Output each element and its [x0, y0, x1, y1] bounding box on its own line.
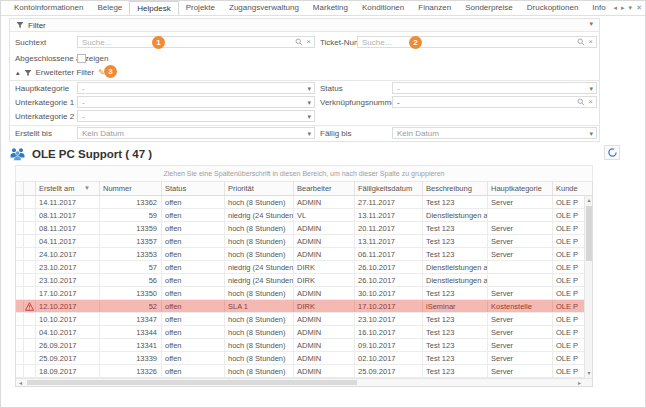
- ticket-nummer-input[interactable]: [358, 37, 596, 47]
- suchtext-input[interactable]: [78, 37, 314, 47]
- search-icon[interactable]: [295, 38, 303, 46]
- tab-scroll-left-icon[interactable]: ◂: [614, 4, 618, 12]
- tab[interactable]: Finanzen: [411, 1, 458, 15]
- scroll-right-icon[interactable]: ▸: [575, 379, 584, 386]
- tab[interactable]: Kontoinformationen: [7, 1, 90, 15]
- tab[interactable]: Helpdesk: [129, 1, 178, 15]
- cell-beschreibung: Test 123: [423, 287, 488, 299]
- cell-nummer: 52: [100, 300, 162, 312]
- filter-collapse-icon[interactable]: ▾: [589, 20, 593, 28]
- table-row[interactable]: 12.10.2017 52 offen SLA 1 DIRK 17.10.201…: [16, 300, 592, 313]
- tab-label: Marketing: [313, 3, 348, 12]
- vertical-scrollbar-thumb[interactable]: [586, 206, 592, 261]
- column-header-prioritaet[interactable]: Priorität: [225, 182, 294, 195]
- cell-faelligkeitsdatum: 09.10.2017: [355, 339, 423, 351]
- column-header-hauptkategorie[interactable]: Hauptkategorie: [488, 182, 553, 195]
- column-header-status[interactable]: Status: [162, 182, 225, 195]
- status-select[interactable]: - ▾: [392, 82, 597, 94]
- column-header-faelligkeitsdatum[interactable]: Fälligkeitsdatum: [355, 182, 423, 195]
- abgeschlossene-checkbox[interactable]: [77, 54, 86, 63]
- tab[interactable]: Sonderpreise: [458, 1, 520, 15]
- cell-nummer: 13341: [100, 339, 162, 351]
- chevron-down-icon: ▾: [307, 113, 311, 121]
- tab-close-icon[interactable]: ✕: [636, 4, 642, 12]
- row-indicator-cell: [16, 313, 24, 325]
- cell-hauptkategorie: Server: [488, 365, 553, 377]
- table-row[interactable]: 18.09.2017 13326 offen hoch (8 Stunden) …: [16, 365, 592, 378]
- cell-bearbeiter: ADMIN: [294, 196, 355, 208]
- table-row[interactable]: 23.10.2017 56 offen niedrig (24 Stunden)…: [16, 274, 592, 287]
- cell-bearbeiter: ADMIN: [294, 235, 355, 247]
- table-row[interactable]: 04.11.2017 13357 offen hoch (8 Stunden) …: [16, 235, 592, 248]
- horizontal-scrollbar-thumb[interactable]: [27, 380, 357, 385]
- table-row[interactable]: 26.09.2017 13341 offen hoch (8 Stunden) …: [16, 339, 592, 352]
- hauptkategorie-select[interactable]: - ▾: [77, 82, 315, 94]
- search-icon[interactable]: [577, 38, 585, 46]
- table-row[interactable]: 10.10.2017 13347 offen hoch (8 Stunden) …: [16, 313, 592, 326]
- cell-prioritaet: niedrig (24 Stunden): [225, 261, 294, 273]
- erstellt-bis-select[interactable]: Kein Datum ▾: [77, 127, 315, 139]
- tab-list-dropdown-icon[interactable]: ▾: [629, 4, 633, 12]
- table-row[interactable]: 04.10.2017 13344 offen hoch (8 Stunden) …: [16, 326, 592, 339]
- tab-label: Druckoptionen: [527, 3, 579, 12]
- tab[interactable]: Zugangsverwaltung: [222, 1, 306, 15]
- tab-scroll-right-icon[interactable]: ▸: [621, 4, 625, 12]
- table-row[interactable]: 14.11.2017 13362 offen hoch (8 Stunden) …: [16, 196, 592, 209]
- collapse-up-icon[interactable]: ▴: [16, 69, 20, 77]
- filter-header[interactable]: Filter ▾: [10, 19, 599, 32]
- search-icon[interactable]: [577, 98, 585, 106]
- clear-icon[interactable]: ×: [588, 98, 593, 106]
- column-header-beschreibung[interactable]: Beschreibung: [423, 182, 488, 195]
- table-row[interactable]: 08.11.2017 13359 offen hoch (8 Stunden) …: [16, 222, 592, 235]
- row-icon-cell: [24, 287, 36, 299]
- column-header-bearbeiter[interactable]: Bearbeiter: [294, 182, 355, 195]
- cell-nummer: 13347: [100, 313, 162, 325]
- tab-bar: KontoinformationenBelegeHelpdeskProjekte…: [1, 1, 646, 16]
- table-row[interactable]: 17.10.2017 13350 offen hoch (8 Stunden) …: [16, 287, 592, 300]
- row-indicator-cell: [16, 196, 24, 208]
- clear-icon[interactable]: ×: [306, 38, 311, 46]
- tab[interactable]: Marketing: [306, 1, 355, 15]
- horizontal-scrollbar[interactable]: ◂ ▸: [15, 378, 593, 387]
- erweiterter-filter-row[interactable]: ▴ Erweiterter Filter ✎: [16, 68, 105, 77]
- row-icon-cell: [24, 326, 36, 338]
- scroll-up-icon[interactable]: ▴: [585, 196, 593, 205]
- cell-prioritaet: hoch (8 Stunden): [225, 326, 294, 338]
- tab[interactable]: Konditionen: [355, 1, 411, 15]
- unterkategorie1-select[interactable]: - ▾: [77, 96, 315, 108]
- scroll-down-icon[interactable]: ▾: [585, 369, 593, 378]
- tab[interactable]: Projekte: [179, 1, 222, 15]
- cell-prioritaet: hoch (8 Stunden): [225, 352, 294, 364]
- scroll-left-icon[interactable]: ◂: [16, 379, 25, 386]
- row-indicator-cell: [16, 274, 24, 286]
- tutorial-badge-3: 3: [104, 65, 117, 78]
- table-row[interactable]: 25.09.2017 13339 offen hoch (8 Stunden) …: [16, 352, 592, 365]
- erweiterter-filter-label: Erweiterter Filter: [36, 68, 95, 77]
- unterkategorie2-select[interactable]: - ▾: [77, 110, 315, 122]
- column-header-erstellt-am[interactable]: Erstellt am ▼: [36, 182, 100, 195]
- cell-prioritaet: hoch (8 Stunden): [225, 235, 294, 247]
- vertical-scrollbar[interactable]: ▴ ▾: [584, 196, 592, 378]
- group-by-bar[interactable]: Ziehen Sie eine Spaltenüberschrift in di…: [15, 165, 593, 182]
- chevron-down-icon: ▾: [589, 85, 593, 93]
- verknuepfungsnummer-input[interactable]: [393, 97, 596, 107]
- ticket-grid: Ziehen Sie eine Spaltenüberschrift in di…: [15, 165, 593, 387]
- tab[interactable]: Belege: [90, 1, 129, 15]
- cell-bearbeiter: ADMIN: [294, 339, 355, 351]
- cell-hauptkategorie: Server: [488, 287, 553, 299]
- refresh-button[interactable]: [604, 145, 620, 160]
- table-row[interactable]: 24.10.2017 13353 offen hoch (8 Stunden) …: [16, 248, 592, 261]
- advanced-filter-funnel-icon: [24, 69, 32, 77]
- cell-beschreibung: Dienstleistungen a..: [423, 261, 488, 273]
- column-header-kunde[interactable]: Kunde: [553, 182, 592, 195]
- table-row[interactable]: 08.11.2017 59 offen niedrig (24 Stunden)…: [16, 209, 592, 222]
- clear-icon[interactable]: ×: [588, 38, 593, 46]
- faellig-bis-select[interactable]: Kein Datum ▾: [392, 127, 597, 139]
- column-header-nummer[interactable]: Nummer: [100, 182, 162, 195]
- tab[interactable]: Info: [585, 1, 608, 15]
- tab[interactable]: Druckoptionen: [520, 1, 586, 15]
- warning-icon: [25, 302, 34, 311]
- row-indicator-cell: [16, 287, 24, 299]
- cell-bearbeiter: ADMIN: [294, 222, 355, 234]
- table-row[interactable]: 23.10.2017 57 offen niedrig (24 Stunden)…: [16, 261, 592, 274]
